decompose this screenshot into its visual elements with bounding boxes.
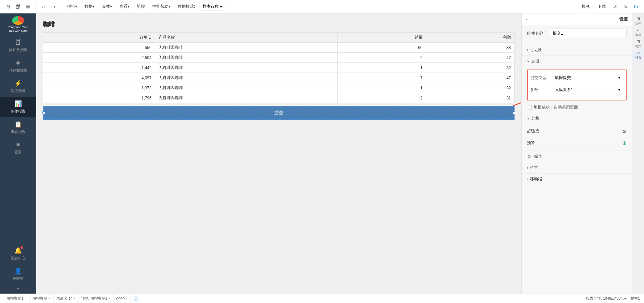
deep-analysis-icon: ⚡ bbox=[14, 80, 22, 87]
sidebar-collapse-btn[interactable]: « bbox=[0, 284, 36, 294]
add-datasource-icon: 🗄 bbox=[15, 39, 21, 46]
options-section-header[interactable]: ∨ 选项 bbox=[522, 56, 632, 67]
menu-datamode-label: 数据模式: bbox=[178, 4, 195, 9]
status-tab-5[interactable]: 0000 × bbox=[114, 294, 131, 303]
menu-fill[interactable]: 填报 bbox=[134, 2, 148, 11]
cell-profit-0: 88 bbox=[426, 43, 514, 53]
drag-handle-right[interactable] bbox=[513, 112, 515, 114]
menu-view[interactable]: 查看▾ bbox=[117, 2, 132, 11]
sidebar-item-admin-label: admin bbox=[13, 276, 23, 280]
sidebar-item-create-dataset[interactable]: ◈ 创建数据集 bbox=[0, 56, 36, 76]
status-tab-5-close[interactable]: × bbox=[126, 297, 128, 300]
operation-gear-icon[interactable]: ⚙ bbox=[527, 154, 531, 159]
right-panel-collapse-btn[interactable]: › bbox=[526, 17, 527, 21]
options-box: 提交类型 填报提交 ▾ 参数 入库关系1 ▾ bbox=[527, 70, 627, 100]
param-select[interactable]: 入库关系1 ▾ bbox=[552, 85, 623, 94]
sidebar-item-deep-analysis[interactable]: ⚡ 深度分析 bbox=[0, 76, 36, 97]
rs-format-icon: ⊟ bbox=[637, 39, 640, 44]
rs-component-btn[interactable]: ⊞ 组件 bbox=[633, 16, 643, 26]
menu-param[interactable]: 参数▾ bbox=[99, 2, 115, 11]
rs-data-btn[interactable]: ✓ 数据 bbox=[633, 28, 643, 38]
visibility-section-header[interactable]: › 可见性 bbox=[522, 44, 632, 56]
right-panel: › 设置 组件名称 › 可见性 ∨ 选项 bbox=[521, 13, 632, 294]
rs-settings-btn[interactable]: ⚙ 设置 bbox=[633, 50, 643, 60]
toolbar: 🖹 🗐 🖫 ↩ ↪ 报告▾ 数据▾ 参数▾ 查看▾ 填报 性能帮助▾ 数据模式:… bbox=[0, 0, 644, 13]
position-section-header[interactable]: › 位置 bbox=[522, 162, 632, 174]
hyperlink-row: 超链接 ⚙ bbox=[527, 126, 627, 137]
notification-badge bbox=[20, 246, 23, 249]
three-dots-icon[interactable]: ⋮ bbox=[507, 108, 513, 114]
cell-sales-0: 60 bbox=[338, 43, 426, 53]
cell-name-2: 无咖啡因咖啡 bbox=[155, 63, 337, 73]
operation-label: 操作 bbox=[534, 154, 542, 159]
menu-perf[interactable]: 性能帮助▾ bbox=[150, 2, 173, 11]
auto-close-checkbox[interactable] bbox=[527, 105, 532, 110]
status-tab-3[interactable]: 未命名-1* × bbox=[54, 294, 78, 303]
sidebar-item-add-datasource-label: 添加数据源 bbox=[9, 47, 28, 52]
col-header-sales: 销量 bbox=[338, 33, 426, 43]
sidebar-item-create-dataset-label: 创建数据集 bbox=[9, 68, 28, 73]
close-window-icon[interactable]: ✕ bbox=[622, 3, 630, 11]
status-tab-1-close[interactable]: × bbox=[25, 297, 27, 300]
hyperlink-settings-icon[interactable]: ⚙ bbox=[622, 129, 627, 134]
sidebar-item-admin[interactable]: 👤 admin bbox=[0, 264, 36, 284]
preview-button[interactable]: 预览 bbox=[579, 2, 592, 11]
save-as-icon[interactable]: 🖫 bbox=[24, 3, 32, 11]
notification-icon: 🔔 bbox=[14, 247, 22, 254]
sidebar-bottom: 🔔 消息中心 👤 admin « bbox=[0, 244, 36, 294]
status-tab-3-close[interactable]: × bbox=[73, 297, 75, 300]
status-tab-1-label: 填报案例1 bbox=[7, 296, 23, 301]
status-tab-4-close[interactable]: × bbox=[109, 297, 111, 300]
sidebar-item-notification[interactable]: 🔔 消息中心 bbox=[0, 244, 36, 264]
sidebar: Yonghong TechTalk with Data 🗄 添加数据源 ◈ 创建… bbox=[0, 13, 36, 294]
status-tab-2[interactable]: 填报案例 × bbox=[30, 294, 54, 303]
cell-id-2: 1,442 bbox=[43, 63, 155, 73]
rs-component-label: 组件 bbox=[635, 21, 641, 26]
logo-text: Yonghong TechTalk with Data bbox=[8, 26, 29, 33]
component-name-row: 组件名称 bbox=[527, 29, 627, 38]
fullscreen-icon[interactable]: ⤢ bbox=[611, 3, 619, 11]
menu-report[interactable]: 报告▾ bbox=[64, 2, 80, 11]
copy-icon[interactable]: 🗐 bbox=[14, 3, 22, 11]
options-label: 选项 bbox=[531, 58, 539, 64]
menu-data-label: 数据▾ bbox=[85, 4, 95, 9]
warning-add-icon[interactable]: ⊕ bbox=[622, 140, 627, 146]
sidebar-item-add-datasource[interactable]: 🗄 添加数据源 bbox=[0, 36, 36, 56]
save-icon[interactable]: 🖹 bbox=[4, 3, 12, 11]
cell-name-4: 无咖啡因咖啡 bbox=[155, 83, 337, 93]
status-tab-2-close[interactable]: × bbox=[49, 297, 51, 300]
position-label: 位置 bbox=[530, 165, 538, 171]
undo-icon[interactable]: ↩ bbox=[39, 3, 47, 11]
mobile-section-header[interactable]: › 移动端 bbox=[522, 174, 632, 185]
download-button[interactable]: 下载 bbox=[595, 2, 608, 11]
status-bar-right: 报告尺寸: 1046px*334px 提交1 bbox=[586, 296, 640, 301]
table-header-row: 订单ID 产品名称 销量 利润 bbox=[43, 33, 515, 43]
param-value: 入库关系1 bbox=[555, 87, 573, 93]
status-tab-1[interactable]: 填报案例1 × bbox=[4, 294, 30, 303]
sidebar-item-deep-analysis-label: 深度分析 bbox=[11, 88, 25, 93]
menu-data[interactable]: 数据▾ bbox=[82, 2, 97, 11]
options-chevron: ∨ bbox=[527, 59, 529, 63]
drag-handle-left[interactable] bbox=[42, 112, 45, 114]
rs-format-btn[interactable]: ⊟ 格式 bbox=[633, 39, 643, 49]
component-name-status: 提交1 bbox=[631, 296, 640, 301]
report-canvas: 咖啡 订单ID 产品名称 销量 利润 556 无咖啡因咖啡 60 88 2,50… bbox=[36, 13, 521, 294]
sidebar-item-make-report[interactable]: 📊 制作报告 bbox=[0, 97, 36, 117]
status-tab-icon[interactable]: 📄 bbox=[131, 294, 141, 303]
cell-sales-4: 1 bbox=[338, 83, 426, 93]
sidebar-item-more[interactable]: ≡ 更多 bbox=[0, 138, 36, 158]
ie-icon[interactable]: Ie bbox=[632, 3, 640, 11]
warning-label: 预警 bbox=[527, 140, 535, 146]
visibility-chevron: › bbox=[527, 48, 528, 52]
component-name-input[interactable] bbox=[550, 29, 627, 38]
sample-row-selector[interactable]: 样本行数 ▾ bbox=[200, 3, 225, 10]
status-tab-4[interactable]: 预览: 填报案例1 × bbox=[78, 294, 114, 303]
menu-datamode[interactable]: 数据模式: bbox=[175, 2, 198, 11]
submit-type-select[interactable]: 填报提交 ▾ bbox=[552, 73, 623, 82]
report-size-label: 报告尺寸: 1046px*334px bbox=[586, 296, 626, 301]
redo-icon[interactable]: ↪ bbox=[49, 3, 57, 11]
sidebar-item-view-report[interactable]: 📋 查看报告 bbox=[0, 117, 36, 138]
submit-button[interactable]: 提交 ⋮ bbox=[43, 106, 515, 120]
analysis-section-header[interactable]: ∨ 分析 bbox=[522, 113, 632, 124]
menu-param-label: 参数▾ bbox=[102, 4, 112, 9]
